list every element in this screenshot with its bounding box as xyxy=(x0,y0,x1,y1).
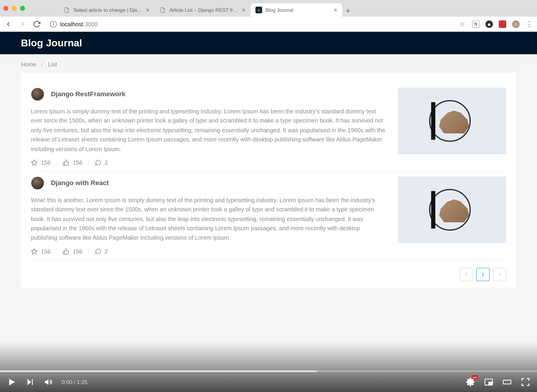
pagination-prev-button[interactable] xyxy=(460,268,473,281)
pagination-page-button[interactable]: 1 xyxy=(476,268,489,281)
react-icon: ⚛ xyxy=(256,7,262,14)
star-action[interactable]: 156 xyxy=(31,248,57,255)
forward-button[interactable] xyxy=(18,20,27,28)
article-excerpt: Lorem Ipsum is simply dummy text of the … xyxy=(31,107,388,153)
svg-rect-9 xyxy=(503,380,511,384)
breadcrumb-current: List xyxy=(48,61,57,68)
svg-marker-2 xyxy=(9,379,15,386)
window-close-button[interactable] xyxy=(3,6,8,11)
tab-list: Select article to change | Django × Arti… xyxy=(58,0,354,17)
svg-marker-1 xyxy=(31,249,37,254)
article-item: Django with React Wow! this is another, … xyxy=(31,172,506,260)
tab-close-icon[interactable]: × xyxy=(242,7,245,14)
like-action[interactable]: 156 xyxy=(57,159,88,166)
window-maximize-button[interactable] xyxy=(20,6,25,11)
article-excerpt: Wow! this is another, Lorem Ipsum is sim… xyxy=(31,196,388,242)
fullscreen-button[interactable] xyxy=(520,377,531,387)
extension-icon[interactable]: ● xyxy=(485,20,493,28)
comment-count: 2 xyxy=(105,159,108,166)
star-count: 156 xyxy=(41,159,51,166)
comment-action[interactable]: 2 xyxy=(89,159,114,166)
tab-title: Blog Journal xyxy=(266,7,331,13)
volume-button[interactable] xyxy=(43,377,53,387)
profile-avatar-icon[interactable] xyxy=(512,20,520,28)
menu-icon[interactable]: ⋮ xyxy=(525,20,533,28)
window-minimize-button[interactable] xyxy=(12,6,17,11)
star-icon xyxy=(31,159,38,166)
like-count: 156 xyxy=(73,159,82,166)
browser-tab-active[interactable]: ⚛ Blog Journal × xyxy=(250,3,342,17)
like-action[interactable]: 156 xyxy=(57,248,88,255)
file-icon xyxy=(160,7,166,14)
star-icon xyxy=(31,248,38,255)
miniplayer-button[interactable] xyxy=(484,377,494,387)
article-item: Django RestFramework Lorem Ipsum is simp… xyxy=(31,83,506,172)
site-info-icon[interactable]: i xyxy=(50,21,57,27)
pagination: 1 xyxy=(31,260,506,284)
address-bar[interactable]: i localhost:3000 xyxy=(47,21,453,27)
browser-tab[interactable]: Article List – Django REST framework × xyxy=(154,3,250,17)
window-controls xyxy=(3,6,25,11)
svg-rect-4 xyxy=(32,379,33,385)
play-button[interactable] xyxy=(7,377,17,387)
svg-marker-5 xyxy=(45,379,48,385)
author-avatar[interactable] xyxy=(31,88,44,101)
app-header: Blog Journal xyxy=(0,32,537,54)
reload-button[interactable] xyxy=(32,20,41,28)
breadcrumb: Home / List xyxy=(0,54,537,73)
bookmark-star-icon[interactable]: ☆ xyxy=(459,20,466,28)
author-avatar[interactable] xyxy=(31,177,44,190)
comment-action[interactable]: 2 xyxy=(89,248,114,255)
article-title[interactable]: Django RestFramework xyxy=(51,91,126,98)
tab-title: Article List – Django REST framework xyxy=(170,7,239,13)
browser-toolbar: i localhost:3000 ☆ N ● ⋮ xyxy=(0,17,537,32)
video-controls: 0:00 / 1:25 HD xyxy=(0,372,537,392)
next-button[interactable] xyxy=(25,377,35,387)
extension-icon[interactable]: N xyxy=(472,20,479,28)
breadcrumb-home[interactable]: Home xyxy=(21,61,37,68)
thumbs-up-icon xyxy=(63,248,69,255)
breadcrumb-separator: / xyxy=(41,61,43,68)
app-title: Blog Journal xyxy=(21,37,82,49)
article-thumbnail[interactable] xyxy=(398,177,506,243)
svg-rect-8 xyxy=(489,382,492,384)
browser-tab-strip: Select article to change | Django × Arti… xyxy=(0,0,537,17)
thumbs-up-icon xyxy=(63,159,69,166)
url-host: localhost:3000 xyxy=(60,21,98,27)
file-icon xyxy=(64,7,70,14)
tab-close-icon[interactable]: × xyxy=(334,7,337,14)
comment-count: 2 xyxy=(105,248,108,255)
theater-mode-button[interactable] xyxy=(502,377,512,387)
star-action[interactable]: 156 xyxy=(31,159,57,166)
svg-marker-0 xyxy=(31,160,37,165)
star-count: 156 xyxy=(41,248,51,255)
message-icon xyxy=(95,248,101,255)
browser-tab[interactable]: Select article to change | Django × xyxy=(58,3,154,17)
article-title[interactable]: Django with React xyxy=(51,179,109,187)
article-list-card: Django RestFramework Lorem Ipsum is simp… xyxy=(21,73,516,288)
article-thumbnail[interactable] xyxy=(398,88,506,154)
like-count: 156 xyxy=(73,248,82,255)
pagination-next-button[interactable] xyxy=(493,268,506,281)
extension-icon[interactable] xyxy=(499,20,506,28)
extension-icons: ☆ N ● ⋮ xyxy=(459,20,533,28)
page-viewport: Blog Journal Home / List Django RestFram… xyxy=(0,32,537,392)
svg-marker-3 xyxy=(27,379,31,385)
article-meta: 156 156 2 xyxy=(31,248,388,255)
back-button[interactable] xyxy=(4,20,12,28)
tab-close-icon[interactable]: × xyxy=(146,7,149,14)
new-tab-button[interactable]: + xyxy=(342,5,354,17)
hd-badge: HD xyxy=(472,375,478,379)
article-meta: 156 156 2 xyxy=(31,159,388,166)
video-time: 0:00 / 1:25 xyxy=(62,379,87,385)
tab-title: Select article to change | Django xyxy=(74,7,143,13)
message-icon xyxy=(95,159,101,166)
